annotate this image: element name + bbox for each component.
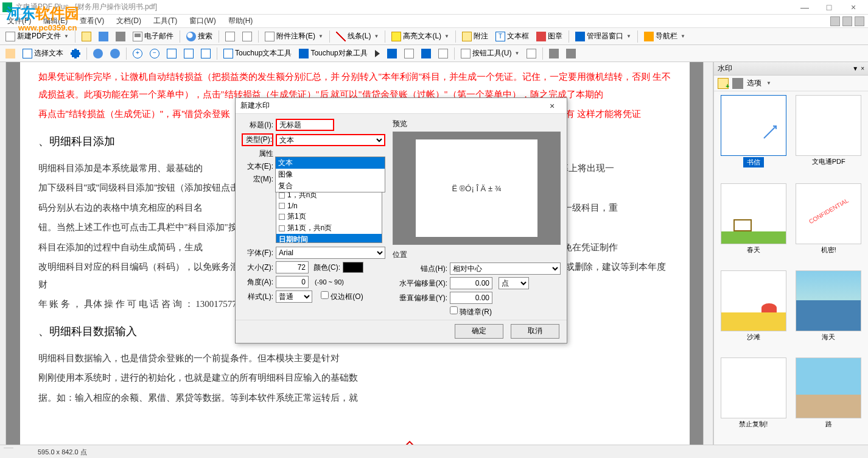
- anchor-select[interactable]: 相对中心: [450, 262, 561, 275]
- page-dimensions: 595.0 x 842.0 点: [13, 448, 87, 457]
- pin-icon[interactable]: ▼: [852, 65, 858, 72]
- stamp-icon: [536, 32, 546, 41]
- type-select[interactable]: 文本: [276, 134, 385, 146]
- zoom-out[interactable]: [147, 46, 163, 61]
- watermark-item[interactable]: CONFIDENTIAL机密!: [793, 183, 865, 267]
- mdi-close-icon[interactable]: [855, 16, 864, 26]
- touchup-text-tool[interactable]: Touchup文本工具: [220, 46, 295, 61]
- paste-tool[interactable]: [563, 46, 579, 61]
- textbox-button[interactable]: T文本框: [492, 29, 532, 44]
- rotate-left[interactable]: [90, 46, 106, 61]
- zoom-in[interactable]: [130, 46, 145, 61]
- note-button[interactable]: 附注: [459, 29, 491, 44]
- font-select[interactable]: Arial: [276, 247, 385, 259]
- cancel-button[interactable]: 取消: [511, 324, 559, 339]
- type-option-image[interactable]: 图像: [276, 169, 385, 180]
- add-watermark-icon[interactable]: [718, 78, 729, 89]
- navbar-button[interactable]: 导航栏▼: [641, 29, 688, 44]
- outline-checkbox-label[interactable]: 仅边框(O): [321, 291, 363, 302]
- watermark-item[interactable]: 书信: [718, 95, 789, 180]
- button-form-tool[interactable]: 按钮工具(U)▼: [458, 46, 523, 61]
- watermark-item[interactable]: 禁止复制!: [718, 358, 789, 441]
- wrench-icon[interactable]: [732, 78, 743, 89]
- title-input[interactable]: [276, 119, 334, 131]
- movie-tool[interactable]: [435, 46, 451, 61]
- style-label: 样式(L):: [242, 292, 273, 302]
- edit-tool-2[interactable]: [401, 46, 417, 61]
- main-toolbar: 新建PDF文件▼ 电子邮件 搜索 附件注释(E)▼ 线条(L)▼ 高亮文本(L)…: [0, 28, 868, 45]
- angle-input[interactable]: [276, 276, 309, 288]
- saddle-checkbox[interactable]: [450, 306, 458, 314]
- dialog-close-button[interactable]: ×: [542, 101, 562, 111]
- mdi-minimize-icon[interactable]: [830, 16, 840, 26]
- title-bar: 文电通PDF Plus - [财务用户操作说明书.pdf] — □ ×: [0, 0, 868, 15]
- watermark-item[interactable]: 沙滩: [718, 270, 789, 354]
- type-option-text[interactable]: 文本: [276, 157, 385, 169]
- rotate-right[interactable]: [107, 46, 123, 61]
- style-select[interactable]: 普通: [276, 291, 312, 303]
- ok-button[interactable]: 确定: [455, 324, 503, 339]
- open-button[interactable]: [79, 29, 94, 44]
- email-button[interactable]: 电子邮件: [130, 29, 177, 44]
- copy-tool[interactable]: [546, 46, 562, 61]
- vertical-scrollbar[interactable]: [703, 62, 713, 445]
- minimize-button[interactable]: —: [793, 1, 817, 14]
- watermark-grid: 书信 文电通PDF 春天 CONFIDENTIAL机密! 沙滩 海天 禁止复制!…: [714, 91, 868, 445]
- stamp-button[interactable]: 图章: [533, 29, 565, 44]
- textbox-icon: T: [495, 32, 505, 41]
- menu-help[interactable]: 帮助(H): [223, 15, 258, 27]
- zoom-out-icon: [150, 49, 159, 58]
- edit-tool-1[interactable]: [384, 46, 400, 61]
- close-button[interactable]: ×: [841, 1, 866, 14]
- tool-a[interactable]: [222, 29, 238, 44]
- watermark-item[interactable]: 春天: [718, 183, 789, 267]
- highlight-button[interactable]: 高亮文本(L)▼: [388, 29, 452, 44]
- close-panel-icon[interactable]: ×: [861, 65, 864, 72]
- lines-button[interactable]: 线条(L)▼: [333, 29, 382, 44]
- voffset-input[interactable]: [450, 292, 492, 304]
- horizontal-scrollbar[interactable]: [4, 448, 13, 457]
- attach-comment-button[interactable]: 附件注释(E)▼: [262, 29, 326, 44]
- menu-view[interactable]: 查看(V): [75, 15, 109, 27]
- macro-item[interactable]: 第1页: [276, 211, 382, 222]
- size-input[interactable]: [276, 261, 309, 273]
- size-label: 大小(Z):: [242, 262, 273, 273]
- hoffset-unit[interactable]: 点: [499, 277, 529, 289]
- maximize-button[interactable]: □: [817, 1, 841, 14]
- hand-tool[interactable]: [2, 46, 18, 61]
- outline-checkbox[interactable]: [321, 291, 329, 299]
- menu-tools[interactable]: 工具(T): [149, 15, 182, 27]
- hoffset-input[interactable]: [450, 277, 492, 289]
- tool-b[interactable]: [239, 29, 255, 44]
- save-button[interactable]: [96, 29, 111, 44]
- menu-window[interactable]: 窗口(W): [184, 15, 220, 27]
- form-tool[interactable]: [523, 46, 539, 61]
- macro-item[interactable]: 第1页，共n页: [276, 222, 382, 234]
- dialog-titlebar[interactable]: 新建水印 ×: [236, 98, 567, 114]
- saddle-checkbox-label[interactable]: 骑缝章(R): [450, 306, 492, 317]
- hoffset-label: 水平偏移量(X):: [393, 278, 447, 289]
- watermark-item[interactable]: 路: [793, 358, 865, 441]
- macro-item[interactable]: 1/n: [276, 201, 382, 211]
- panel-window-button[interactable]: 管理器窗口▼: [572, 29, 634, 44]
- print-button[interactable]: [113, 29, 128, 44]
- link-tool[interactable]: [418, 46, 434, 61]
- type-option-composite[interactable]: 复合: [276, 180, 385, 192]
- type-dropdown-list: 文本 图像 复合: [275, 157, 385, 192]
- actual-size[interactable]: [164, 46, 180, 61]
- site-logo: 河东软件园: [6, 4, 79, 23]
- touchup-object-tool[interactable]: Touchup对象工具: [296, 46, 370, 61]
- fit-width[interactable]: [198, 46, 214, 61]
- select-text-tool[interactable]: 选择文本: [19, 46, 66, 61]
- pointer-tool[interactable]: [372, 46, 383, 61]
- watermark-item[interactable]: 文电通PDF: [793, 95, 865, 180]
- mdi-restore-icon[interactable]: [842, 16, 852, 26]
- color-swatch[interactable]: [343, 262, 363, 273]
- options-label[interactable]: 选项: [747, 78, 761, 88]
- search-button[interactable]: 搜索: [183, 29, 215, 44]
- fit-page[interactable]: [181, 46, 197, 61]
- snapshot-tool[interactable]: [68, 46, 83, 61]
- panel-header: 水印 ▼ ×: [714, 62, 868, 76]
- menu-document[interactable]: 文档(D): [111, 15, 146, 27]
- watermark-item[interactable]: 海天: [793, 270, 865, 354]
